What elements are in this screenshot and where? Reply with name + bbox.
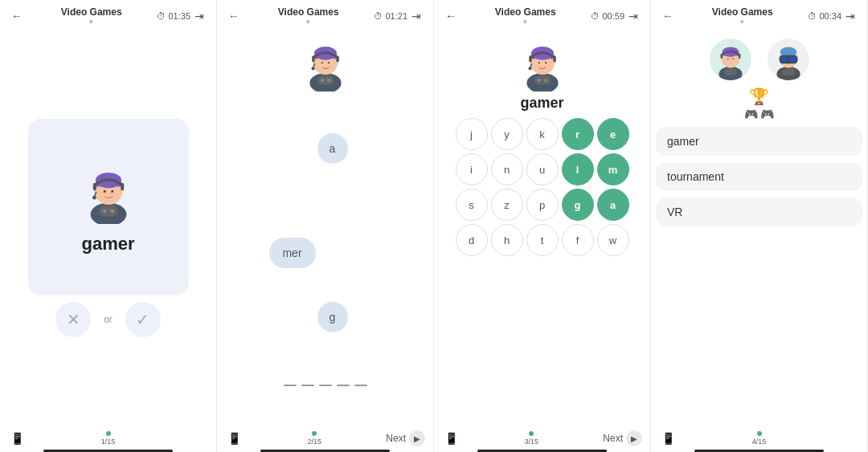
timer-2: ⏱ 01:21 — [374, 11, 407, 21]
match-options: gamer tournament VR — [656, 127, 862, 226]
avatar-active — [710, 39, 751, 80]
svg-point-8 — [92, 195, 96, 199]
svg-rect-41 — [534, 75, 551, 84]
falling-g[interactable]: g — [317, 302, 348, 332]
letter-m[interactable]: m — [597, 153, 629, 185]
word-display-3: gamer — [520, 95, 563, 112]
svg-rect-53 — [724, 68, 736, 75]
letter-z[interactable]: z — [491, 189, 523, 221]
matching-area: 🏆 🎮 🎮 gamer tournament VR — [651, 29, 867, 426]
logout-icon-4[interactable]: ⇥ — [841, 7, 859, 25]
next-circle-3[interactable]: ▶ — [626, 430, 642, 446]
letter-n[interactable]: n — [491, 153, 523, 185]
letter-y[interactable]: y — [491, 118, 523, 150]
svg-point-52 — [732, 59, 734, 60]
letter-e[interactable]: e — [597, 118, 629, 150]
logout-icon-2[interactable]: ⇥ — [407, 7, 425, 25]
timer-4: ⏱ 00:34 — [808, 11, 841, 21]
panel-flashcard: ← Video Games ▾ ⏱ 01:35 ⇥ — [0, 0, 217, 452]
word-display-1: gamer — [81, 234, 134, 255]
letter-i[interactable]: i — [456, 153, 488, 185]
next-button-3[interactable]: Next ▶ — [603, 430, 642, 446]
letter-d[interactable]: d — [456, 224, 488, 256]
progress-dot-2 — [312, 431, 317, 436]
progress-dot-3 — [529, 431, 534, 436]
svg-point-11 — [104, 190, 105, 192]
scramble-area: gamer j y k r e i n u l m s z p g a d h … — [434, 29, 650, 426]
category-title-4: Video Games ▾ — [677, 6, 808, 26]
panel-falling: ← Video Games ▾ ⏱ 01:21 ⇥ — [217, 0, 434, 452]
next-circle-2[interactable]: ▶ — [409, 430, 425, 446]
flashcard: gamer — [28, 119, 189, 295]
letter-t[interactable]: t — [526, 224, 559, 256]
trophy-area: 🏆 🎮 🎮 — [656, 87, 862, 120]
progress-1: 1/15 — [101, 431, 116, 446]
panel-matching: ← Video Games ▾ ⏱ 00:34 ⇥ — [651, 0, 868, 452]
letter-w[interactable]: w — [597, 224, 629, 256]
or-label: or — [104, 314, 113, 325]
wrong-button[interactable]: ✕ — [55, 302, 91, 337]
back-icon-4[interactable]: ← — [659, 7, 677, 25]
svg-point-25 — [321, 62, 322, 63]
falling-a[interactable]: a — [317, 133, 348, 164]
panel-scramble: ← Video Games ▾ ⏱ 00:59 ⇥ — [434, 0, 651, 452]
falling-area: a mer g — [217, 29, 433, 426]
svg-point-39 — [538, 62, 539, 63]
progress-3: 3/15 — [524, 431, 538, 446]
blank-2 — [301, 385, 314, 386]
svg-point-43 — [544, 79, 547, 82]
option-gamer[interactable]: gamer — [656, 127, 862, 156]
logout-icon-3[interactable]: ⇥ — [624, 7, 642, 25]
avatar-3 — [514, 35, 571, 92]
device-icon-2[interactable]: 📱 — [225, 430, 243, 447]
letter-h[interactable]: h — [491, 224, 523, 256]
category-title-1: Video Games ▾ — [26, 6, 157, 26]
back-icon-1[interactable]: ← — [8, 7, 26, 25]
option-vr[interactable]: VR — [656, 197, 862, 226]
gamepad-icon: 🎮 🎮 — [744, 108, 775, 120]
device-icon-1[interactable]: 📱 — [8, 430, 26, 447]
letter-l[interactable]: l — [562, 153, 594, 185]
letter-j[interactable]: j — [456, 118, 488, 150]
avatar-4b — [768, 39, 809, 80]
back-icon-3[interactable]: ← — [442, 7, 460, 25]
letter-a[interactable]: a — [597, 189, 629, 221]
blank-4 — [337, 385, 350, 386]
next-button-2[interactable]: Next ▶ — [386, 430, 425, 446]
category-title-3: Video Games ▾ — [460, 6, 591, 26]
falling-mer[interactable]: mer — [269, 238, 316, 268]
blank-1 — [284, 385, 297, 386]
letter-s[interactable]: s — [456, 189, 488, 221]
letter-grid: j y k r e i n u l m s z p g a d h t f w — [456, 118, 629, 256]
top-bar-4: ← Video Games ▾ ⏱ 00:34 ⇥ — [651, 0, 867, 29]
answer-blanks — [284, 385, 367, 386]
device-icon-4[interactable]: 📱 — [659, 430, 677, 447]
letter-g[interactable]: g — [562, 189, 594, 221]
svg-rect-60 — [782, 68, 794, 75]
svg-point-40 — [545, 62, 547, 63]
bottom-bar-2: 📱 2/15 Next ▶ — [217, 426, 433, 452]
device-icon-3[interactable]: 📱 — [442, 430, 460, 447]
back-icon-2[interactable]: ← — [225, 7, 243, 25]
top-bar-1: ← Video Games ▾ ⏱ 01:35 ⇥ — [0, 0, 216, 29]
letter-r[interactable]: r — [562, 118, 594, 150]
svg-point-24 — [311, 67, 314, 70]
timer-1: ⏱ 01:35 — [157, 11, 190, 21]
actions-row: ✕ or ✓ — [55, 302, 161, 337]
letter-u[interactable]: u — [526, 153, 559, 185]
letter-k[interactable]: k — [526, 118, 559, 150]
svg-rect-58 — [780, 56, 787, 62]
progress-2: 2/15 — [307, 431, 321, 446]
bottom-bar-4: 📱 4/15 — [651, 426, 867, 452]
svg-point-14 — [102, 209, 106, 213]
correct-button[interactable]: ✓ — [125, 302, 161, 337]
progress-dot-4 — [757, 431, 762, 436]
flashcard-area: gamer ✕ or ✓ — [0, 29, 216, 426]
top-bar-2: ← Video Games ▾ ⏱ 01:21 ⇥ — [217, 0, 433, 29]
logout-icon-1[interactable]: ⇥ — [190, 7, 208, 25]
svg-rect-13 — [99, 206, 117, 216]
option-tournament[interactable]: tournament — [656, 162, 862, 191]
letter-p[interactable]: p — [526, 189, 559, 221]
avatar-inactive — [768, 39, 809, 80]
letter-f[interactable]: f — [562, 224, 594, 256]
